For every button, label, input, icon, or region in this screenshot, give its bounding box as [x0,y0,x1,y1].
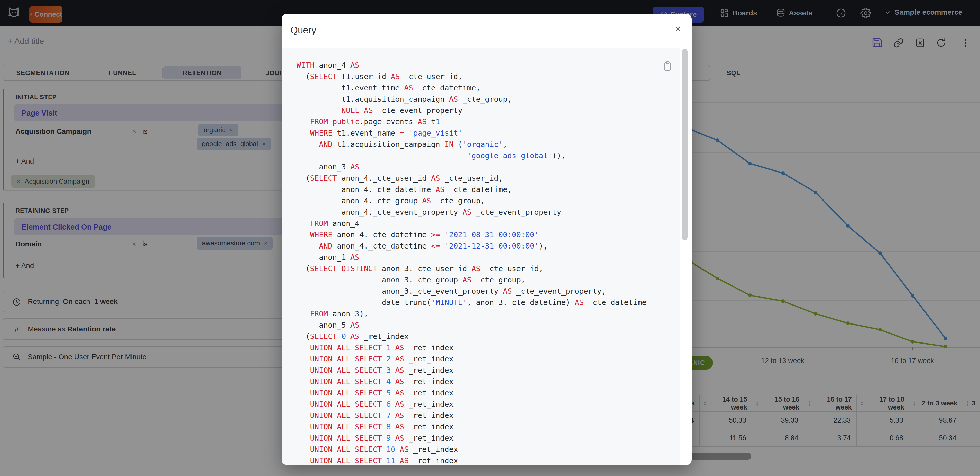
sql-code-line: NULL AS _cte_event_property [296,105,646,116]
sql-code-line: FROM anon_3), [296,308,646,319]
modal-scrollbar-thumb[interactable] [682,49,687,240]
sql-code-line: (SELECT DISTINCT anon_3._cte_user_id AS … [296,263,646,274]
sql-code-line: FROM anon_4 [296,218,646,229]
sql-code-line: anon_4._cte_group AS _cte_group, [296,195,646,206]
sql-code-line: UNION ALL SELECT 9 AS _ret_index [296,432,646,444]
sql-code-line: AND anon_4._cte_datetime <= '2021-12-31 … [296,240,646,252]
sql-code-line: anon_3._cte_group AS _cte_group, [296,274,646,286]
close-icon[interactable]: × [672,23,684,35]
sql-code-line: WITH anon_4 AS [296,60,646,71]
copy-to-clipboard-icon[interactable] [662,60,673,71]
sql-code-line: UNION ALL SELECT 8 AS _ret_index [296,421,646,432]
sql-code-line: UNION ALL SELECT 11 AS _ret_index [296,455,646,465]
sql-code-line: UNION ALL SELECT 1 AS _ret_index [296,342,646,353]
sql-code-line: date_trunc('MINUTE', anon_3._cte_datetim… [296,297,646,308]
sql-code-line: (SELECT anon_4._cte_user_id AS _cte_user… [296,173,646,184]
sql-code: WITH anon_4 AS (SELECT t1.user_id AS _ct… [296,60,646,465]
sql-code-line: anon_4._cte_event_property AS _cte_event… [296,206,646,218]
sql-code-line: 'google_ads_global')), [296,150,646,161]
sql-code-line: FROM public.page_events AS t1 [296,116,646,127]
query-modal: Query × WITH anon_4 AS (SELECT t1.user_i… [282,14,692,465]
sql-code-line: (SELECT 0 AS _ret_index [296,331,646,342]
sql-code-line: anon_1 AS [296,252,646,263]
sql-code-line: t1.event_time AS _cte_datetime, [296,82,646,94]
app-root: Connect Explore Boards Ass [0,0,980,476]
sql-code-line: UNION ALL SELECT 4 AS _ret_index [296,376,646,387]
modal-title: Query [290,25,316,36]
sql-code-line: UNION ALL SELECT 2 AS _ret_index [296,353,646,365]
sql-code-line: anon_3._cte_event_property AS _cte_event… [296,286,646,297]
sql-code-line: AND t1.acquisition_campaign IN ('organic… [296,139,646,150]
sql-code-line: WHERE anon_4._cte_datetime >= '2021-08-3… [296,229,646,240]
sql-code-line: UNION ALL SELECT 3 AS _ret_index [296,365,646,376]
sql-code-line: (SELECT t1.user_id AS _cte_user_id, [296,71,646,82]
sql-code-line: WHERE t1.event_name = 'page_visit' [296,127,646,139]
sql-code-line: anon_4._cte_datetime AS _cte_datetime, [296,184,646,195]
sql-code-block: WITH anon_4 AS (SELECT t1.user_id AS _ct… [282,48,680,465]
sql-code-line: t1.acquisition_campaign AS _cte_group, [296,94,646,105]
sql-code-line: UNION ALL SELECT 7 AS _ret_index [296,410,646,421]
sql-code-line: UNION ALL SELECT 6 AS _ret_index [296,398,646,410]
sql-code-line: anon_5 AS [296,319,646,331]
sql-code-line: UNION ALL SELECT 5 AS _ret_index [296,387,646,398]
sql-code-line: anon_3 AS [296,161,646,173]
sql-code-line: UNION ALL SELECT 10 AS _ret_index [296,444,646,455]
